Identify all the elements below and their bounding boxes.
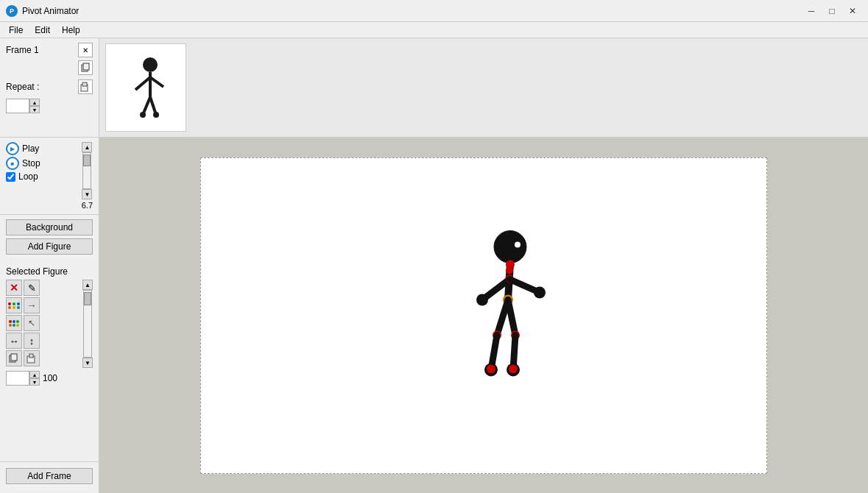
add-figure-button[interactable]: Add Figure bbox=[6, 238, 93, 255]
svg-point-37 bbox=[506, 266, 513, 274]
move-figure-button[interactable]: → bbox=[24, 297, 40, 313]
paste-icon bbox=[27, 353, 37, 363]
close-button[interactable]: ✕ bbox=[843, 3, 862, 19]
svg-line-10 bbox=[135, 77, 150, 90]
tools-row-4: ↔ ↕ bbox=[6, 333, 81, 349]
figure-tools-scrollbar: ▲ ▼ bbox=[82, 280, 93, 368]
play-label[interactable]: Play bbox=[22, 143, 39, 154]
figure-tools-grid: ✕ ✎ bbox=[6, 280, 81, 368]
copy-icon bbox=[9, 353, 19, 363]
delete-figure-button[interactable]: ✕ bbox=[6, 280, 22, 296]
svg-rect-5 bbox=[11, 354, 17, 361]
repeat-label: Repeat : bbox=[6, 82, 39, 92]
paste-figure-button[interactable] bbox=[24, 350, 40, 366]
stop-icon: ■ bbox=[6, 157, 19, 170]
color-grid-icon bbox=[8, 302, 21, 309]
scale-spinner-buttons: ▲ ▼ bbox=[29, 371, 40, 386]
svg-point-16 bbox=[494, 230, 526, 263]
svg-point-22 bbox=[476, 294, 488, 305]
title-bar: P Pivot Animator ─ □ ✕ bbox=[0, 0, 868, 22]
minimize-button[interactable]: ─ bbox=[802, 3, 821, 19]
scale-max-value: 100 bbox=[43, 373, 57, 383]
scroll-thumb bbox=[83, 155, 91, 166]
figure-scroll-thumb bbox=[84, 292, 91, 305]
play-row: ▶ Play bbox=[6, 142, 40, 155]
stage bbox=[99, 138, 868, 493]
stop-label[interactable]: Stop bbox=[22, 158, 40, 169]
frame-delete-button[interactable]: ✕ bbox=[78, 43, 93, 57]
background-button[interactable]: Background bbox=[6, 219, 93, 235]
stickman-svg bbox=[453, 226, 571, 402]
svg-rect-7 bbox=[29, 354, 33, 358]
playback-section: ▶ Play ■ Stop Loop ▲ bbox=[0, 138, 99, 215]
tools-row-2: → bbox=[6, 297, 81, 313]
add-frame-button[interactable]: Add Frame bbox=[6, 468, 93, 484]
tools-row-3: ↖ bbox=[6, 315, 81, 331]
filmstrip-frame-1[interactable] bbox=[105, 43, 186, 132]
copy-figure-button[interactable] bbox=[6, 350, 22, 366]
scale-spinner: 100 ▲ ▼ bbox=[6, 371, 40, 386]
figure-section: Selected Figure ✕ ✎ bbox=[0, 262, 99, 461]
spinner-up[interactable]: ▲ bbox=[29, 99, 40, 106]
frame-list: Frame 1 ✕ Repeat : 1 bbox=[0, 38, 99, 138]
scale-down-button[interactable]: ▼ bbox=[29, 378, 40, 386]
filmstrip bbox=[99, 38, 868, 138]
frame-paste-button[interactable] bbox=[78, 79, 93, 94]
node-color-button[interactable] bbox=[6, 315, 22, 331]
stop-row: ■ Stop bbox=[6, 157, 40, 170]
frame-item: Frame 1 ✕ bbox=[3, 41, 96, 59]
play-stop-loop-area: ▶ Play ■ Stop Loop bbox=[6, 142, 40, 182]
node-grid-icon bbox=[9, 320, 19, 327]
repeat-input[interactable]: 1 bbox=[6, 99, 29, 113]
svg-point-14 bbox=[140, 112, 146, 118]
play-icon: ▶ bbox=[6, 142, 19, 155]
scale-up-button[interactable]: ▲ bbox=[29, 371, 40, 378]
fps-display: 6.7 bbox=[82, 201, 93, 210]
scroll-down-button[interactable]: ▼ bbox=[82, 189, 92, 199]
app-icon: P bbox=[6, 5, 18, 17]
flip-horizontal-button[interactable]: ↔ bbox=[6, 333, 22, 349]
svg-point-25 bbox=[534, 286, 546, 298]
tools-row-1: ✕ ✎ bbox=[6, 280, 81, 296]
spinner-row: 1 ▲ ▼ bbox=[3, 97, 96, 115]
action-buttons: Background Add Figure bbox=[0, 215, 99, 262]
menu-file[interactable]: File bbox=[3, 24, 29, 37]
filmstrip-preview bbox=[106, 44, 187, 132]
svg-rect-1 bbox=[83, 63, 89, 70]
figure-scroll-down[interactable]: ▼ bbox=[82, 358, 93, 368]
scale-input[interactable]: 100 bbox=[6, 371, 29, 386]
spinner-down[interactable]: ▼ bbox=[29, 106, 40, 113]
main-layout: Frame 1 ✕ Repeat : 1 bbox=[0, 38, 868, 493]
frame-label: Frame 1 bbox=[6, 45, 39, 55]
tools-row-5 bbox=[6, 350, 81, 366]
pointer-button[interactable]: ↖ bbox=[24, 315, 40, 331]
animation-canvas[interactable] bbox=[200, 157, 767, 474]
frame-copy-row bbox=[3, 59, 96, 77]
delete-icon: ✕ bbox=[10, 282, 18, 294]
loop-checkbox[interactable] bbox=[6, 172, 15, 182]
repeat-spinner: 1 ▲ ▼ bbox=[6, 99, 40, 113]
figure-tools-area: ✕ ✎ bbox=[6, 280, 93, 368]
svg-point-15 bbox=[153, 112, 159, 118]
add-frame-area: Add Frame bbox=[0, 461, 99, 493]
arrow-right-icon: → bbox=[27, 299, 37, 311]
edit-figure-button[interactable]: ✎ bbox=[24, 280, 40, 296]
menu-help[interactable]: Help bbox=[56, 24, 86, 37]
spinner-buttons: ▲ ▼ bbox=[29, 99, 40, 113]
stickman-container bbox=[453, 226, 571, 405]
flip-vertical-button[interactable]: ↕ bbox=[24, 333, 40, 349]
color-figure-button[interactable] bbox=[6, 297, 22, 313]
scale-row: 100 ▲ ▼ 100 bbox=[6, 371, 93, 386]
menu-edit[interactable]: Edit bbox=[29, 24, 56, 37]
figure-scroll-up[interactable]: ▲ bbox=[82, 280, 93, 290]
svg-point-36 bbox=[509, 364, 518, 373]
svg-rect-3 bbox=[82, 82, 87, 86]
selected-figure-label: Selected Figure bbox=[6, 266, 93, 277]
svg-point-17 bbox=[515, 241, 521, 247]
flip-h-icon: ↔ bbox=[10, 336, 19, 347]
flip-v-icon: ↕ bbox=[29, 336, 35, 347]
frame-copy-button[interactable] bbox=[78, 60, 93, 75]
app-icon-letter: P bbox=[10, 7, 14, 15]
maximize-button[interactable]: □ bbox=[822, 3, 841, 19]
scroll-up-button[interactable]: ▲ bbox=[82, 142, 92, 152]
